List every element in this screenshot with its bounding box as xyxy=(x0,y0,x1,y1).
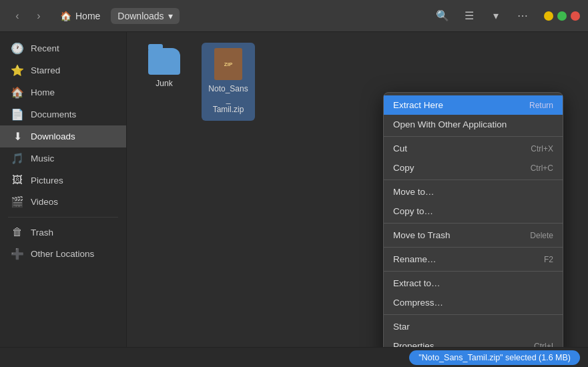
sidebar-item-documents[interactable]: 📄 Documents xyxy=(0,103,126,125)
sidebar-item-home[interactable]: 🏠 Home xyxy=(0,81,126,103)
ctx-label: Extract to… xyxy=(393,278,440,288)
ctx-label: Copy xyxy=(393,163,414,173)
view-button[interactable]: ▾ xyxy=(485,5,507,27)
file-area[interactable]: Junk Noto_Sans_Tamil.zip Extract Here Re… xyxy=(127,32,588,347)
close-button[interactable] xyxy=(571,11,580,21)
ctx-label: Copy to… xyxy=(393,206,433,216)
home-sidebar-icon: 🏠 xyxy=(11,86,24,99)
search-icon: 🔍 xyxy=(436,9,449,22)
breadcrumb-home[interactable]: 🏠 Home xyxy=(53,8,107,24)
ctx-shortcut: Delete xyxy=(530,231,553,240)
ctx-shortcut: Return xyxy=(529,101,553,110)
trash-icon: 🗑 xyxy=(11,226,24,238)
ctx-shortcut: Ctrl+C xyxy=(531,163,553,173)
file-label: Junk xyxy=(156,79,172,89)
sidebar-item-label: Recent xyxy=(31,43,59,53)
sidebar-item-label: Other Locations xyxy=(31,249,94,259)
ctx-shortcut: F2 xyxy=(544,255,553,264)
context-menu-cut[interactable]: Cut Ctrl+X xyxy=(384,139,563,158)
other-locations-icon: ➕ xyxy=(11,248,24,260)
sidebar-item-pictures[interactable]: 🖼 Pictures xyxy=(0,169,126,191)
sidebar-item-label: Music xyxy=(31,153,54,163)
recent-icon: 🕐 xyxy=(11,42,24,55)
context-menu-extract-to[interactable]: Extract to… xyxy=(384,274,563,293)
dropdown-icon: ▾ xyxy=(168,11,173,21)
context-menu: Extract Here Return Open With Other Appl… xyxy=(383,92,563,347)
breadcrumb-current[interactable]: Downloads ▾ xyxy=(111,8,179,24)
ctx-label: Extract Here xyxy=(393,100,443,110)
menu-button[interactable]: ☰ xyxy=(459,5,480,27)
context-menu-star[interactable]: Star xyxy=(384,317,563,336)
context-menu-compress[interactable]: Compress… xyxy=(384,293,563,312)
zip-icon xyxy=(214,48,242,80)
file-label: Noto_Sans_Tamil.zip xyxy=(207,84,250,115)
ctx-label: Move to… xyxy=(393,187,434,197)
status-badge: "Noto_Sans_Tamil.zip" selected (1.6 MB) xyxy=(409,350,580,365)
sidebar-item-label: Home xyxy=(31,87,55,97)
forward-button[interactable]: › xyxy=(29,7,48,25)
sidebar-item-videos[interactable]: 🎬 Videos xyxy=(0,191,126,213)
context-menu-rename[interactable]: Rename… F2 xyxy=(384,250,563,269)
downloads-icon: ⬇ xyxy=(11,130,24,143)
sidebar-item-label: Trash xyxy=(31,228,53,238)
context-menu-properties[interactable]: Properties Ctrl+I xyxy=(384,336,563,347)
sidebar-item-starred[interactable]: ⭐ Starred xyxy=(0,59,126,81)
ctx-shortcut: Ctrl+I xyxy=(534,342,553,348)
app-window: ‹ › 🏠 Home Downloads ▾ 🔍 ☰ ▾ xyxy=(0,0,588,367)
context-menu-open-with[interactable]: Open With Other Application xyxy=(384,115,563,134)
sidebar-item-trash[interactable]: 🗑 Trash xyxy=(0,222,126,243)
documents-icon: 📄 xyxy=(11,108,24,121)
sidebar-item-music[interactable]: 🎵 Music xyxy=(0,147,126,169)
sidebar: 🕐 Recent ⭐ Starred 🏠 Home 📄 Documents ⬇ … xyxy=(0,32,127,347)
pictures-icon: 🖼 xyxy=(11,174,24,186)
context-menu-copy-to[interactable]: Copy to… xyxy=(384,202,563,221)
sidebar-item-label: Downloads xyxy=(31,131,75,141)
minimize-button[interactable] xyxy=(544,11,553,21)
sidebar-item-label: Starred xyxy=(31,65,60,75)
breadcrumb: 🏠 Home Downloads ▾ xyxy=(53,8,426,24)
context-menu-extract-here[interactable]: Extract Here Return xyxy=(384,95,563,115)
starred-icon: ⭐ xyxy=(11,64,24,77)
window-controls xyxy=(544,11,580,21)
ctx-separator xyxy=(384,314,563,315)
maximize-button[interactable] xyxy=(557,11,567,21)
ctx-separator xyxy=(384,271,563,272)
context-menu-copy[interactable]: Copy Ctrl+C xyxy=(384,158,563,177)
videos-icon: 🎬 xyxy=(11,196,24,208)
back-button[interactable]: ‹ xyxy=(8,7,27,25)
context-menu-move-to[interactable]: Move to… xyxy=(384,182,563,202)
ctx-separator xyxy=(384,179,563,180)
context-menu-move-to-trash[interactable]: Move to Trash Delete xyxy=(384,226,563,245)
more-button[interactable]: ⋯ xyxy=(512,5,533,27)
music-icon: 🎵 xyxy=(11,152,24,165)
sidebar-item-other-locations[interactable]: ➕ Other Locations xyxy=(0,243,126,265)
status-bar: "Noto_Sans_Tamil.zip" selected (1.6 MB) xyxy=(0,347,588,367)
ctx-label: Move to Trash xyxy=(393,230,451,240)
toolbar: ‹ › 🏠 Home Downloads ▾ 🔍 ☰ ▾ xyxy=(0,0,588,32)
file-item-selected[interactable]: Noto_Sans_Tamil.zip xyxy=(202,43,255,121)
sidebar-item-downloads[interactable]: ⬇ Downloads xyxy=(0,125,126,147)
ctx-label: Cut xyxy=(393,143,407,153)
ctx-shortcut: Ctrl+X xyxy=(531,144,553,153)
file-item[interactable]: Junk xyxy=(137,43,191,121)
toolbar-right: 🔍 ☰ ▾ ⋯ xyxy=(432,5,533,27)
ctx-label: Open With Other Application xyxy=(393,119,507,129)
sidebar-separator xyxy=(8,217,118,218)
nav-buttons: ‹ › xyxy=(8,7,48,25)
more-icon: ⋯ xyxy=(517,9,528,22)
ctx-separator xyxy=(384,247,563,248)
ctx-separator xyxy=(384,223,563,224)
menu-icon: ☰ xyxy=(465,9,474,22)
ctx-label: Star xyxy=(393,322,410,332)
forward-icon: › xyxy=(37,10,40,22)
search-button[interactable]: 🔍 xyxy=(432,5,453,27)
view-icon: ▾ xyxy=(493,9,499,22)
home-label: Home xyxy=(75,11,100,21)
ctx-separator xyxy=(384,136,563,137)
content-area: 🕐 Recent ⭐ Starred 🏠 Home 📄 Documents ⬇ … xyxy=(0,32,588,347)
back-icon: ‹ xyxy=(15,10,19,22)
home-icon: 🏠 xyxy=(60,11,71,21)
sidebar-item-label: Documents xyxy=(31,109,76,119)
sidebar-item-label: Pictures xyxy=(31,175,63,186)
sidebar-item-recent[interactable]: 🕐 Recent xyxy=(0,37,126,59)
